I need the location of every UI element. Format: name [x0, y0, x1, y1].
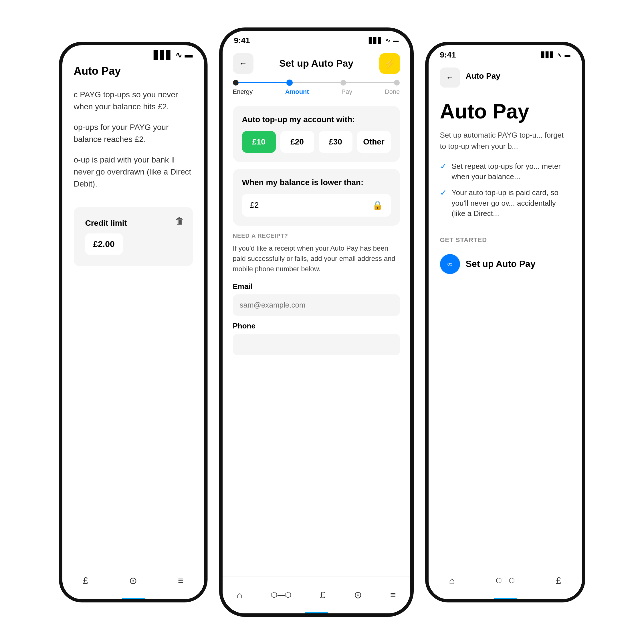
- center-bottom-nav: ⌂ ⬡—⬡ £ ⊙ ≡: [223, 576, 410, 613]
- credit-value: £2.00: [85, 233, 123, 255]
- left-body-text-2: op-ups for your PAYG your balance reache…: [74, 121, 193, 145]
- left-nav-item-menu[interactable]: ≡: [178, 575, 184, 586]
- center-time: 9:41: [234, 36, 250, 45]
- center-nav-payment[interactable]: £: [320, 589, 325, 601]
- infinity-icon: ∞: [440, 254, 460, 274]
- left-body-text-1: c PAYG top-ups so you never when your ba…: [74, 89, 193, 113]
- setup-autopay-button[interactable]: ∞ Set up Auto Pay: [440, 248, 570, 280]
- right-journey-icon: ⬡—⬡: [496, 576, 515, 584]
- right-page-title: Auto Pay: [466, 72, 500, 81]
- center-nav-menu[interactable]: ≡: [390, 589, 396, 601]
- payment-icon: £: [83, 575, 88, 586]
- step-dot-2: [340, 80, 346, 86]
- step-dot-0: [233, 80, 239, 86]
- phone-input[interactable]: [233, 334, 400, 355]
- check-item-0: ✓ Set repeat top-ups for yo... meter whe…: [440, 161, 570, 182]
- right-status-bar: 9:41 ▋▋▋ ∿ ▬: [429, 45, 582, 62]
- step-line-0: [239, 82, 286, 83]
- autopay-hero-title: Auto Pay: [440, 100, 570, 123]
- step-dot-3: [394, 80, 400, 86]
- center-nav-home[interactable]: ⌂: [237, 589, 243, 601]
- right-nav-active-bar: [494, 598, 517, 599]
- journey-icon: ⬡—⬡: [271, 591, 292, 599]
- receipt-label: NEED A RECEIPT?: [233, 233, 400, 239]
- left-header-title: Auto Pay: [74, 62, 193, 77]
- right-payment-icon: £: [556, 575, 561, 586]
- email-input[interactable]: [233, 294, 400, 316]
- center-wifi-icon: ∿: [385, 37, 390, 44]
- right-status-icons: ▋▋▋ ∿ ▬: [541, 51, 570, 58]
- right-back-icon: ←: [446, 73, 454, 82]
- right-back-button[interactable]: ←: [440, 68, 460, 88]
- signal-icon: ▋▋▋: [154, 50, 173, 60]
- receipt-desc: If you'd like a receipt when your Auto P…: [233, 243, 400, 274]
- step-label-0: Energy: [233, 88, 253, 96]
- checkmark-icon-0: ✓: [440, 162, 447, 171]
- right-header: ← Auto Pay: [440, 68, 570, 93]
- autopay-desc: Set up automatic PAYG top-u... forget to…: [440, 130, 570, 152]
- step-label-3: Done: [385, 88, 400, 96]
- amount-btn-other[interactable]: Other: [357, 131, 391, 153]
- left-status-icons: ▋▋▋ ∿ ▬: [154, 50, 193, 60]
- left-bottom-nav: £ ⊙ ≡: [62, 562, 204, 599]
- step-label-2: Pay: [341, 88, 352, 96]
- email-label: Email: [233, 282, 400, 291]
- right-nav-home[interactable]: ⌂: [449, 575, 455, 586]
- left-status-bar: ▋▋▋ ∿ ▬: [62, 45, 204, 62]
- right-time: 9:41: [440, 50, 456, 60]
- scene: ▋▋▋ ∿ ▬ Auto Pay c PAYG top-ups so you n…: [0, 0, 644, 644]
- balance-value: £2: [250, 201, 259, 210]
- phone-label: Phone: [233, 322, 400, 330]
- lightning-button[interactable]: ⚡: [379, 53, 400, 74]
- amount-btn-30[interactable]: £30: [319, 131, 352, 153]
- trash-icon[interactable]: 🗑: [175, 216, 184, 226]
- steps-labels: Energy Amount Pay Done: [233, 88, 400, 96]
- center-main-content: Auto top-up my account with: £10 £20 £30…: [223, 100, 410, 585]
- check-text-1: Your auto top-up is paid card, so you'll…: [452, 187, 570, 219]
- amount-btn-10[interactable]: £10: [242, 131, 276, 153]
- balance-card-title: When my balance is lower than:: [242, 178, 391, 187]
- right-nav-journey[interactable]: ⬡—⬡: [496, 576, 515, 584]
- right-phone: 9:41 ▋▋▋ ∿ ▬ ← Auto Pay Auto Pay Set up …: [425, 42, 585, 603]
- center-help-icon: ⊙: [354, 589, 362, 601]
- topup-card: Auto top-up my account with: £10 £20 £30…: [233, 106, 400, 162]
- right-nav-payment[interactable]: £: [556, 575, 561, 586]
- left-phone: ▋▋▋ ∿ ▬ Auto Pay c PAYG top-ups so you n…: [59, 42, 208, 603]
- amount-btn-20[interactable]: £20: [280, 131, 314, 153]
- battery-icon: ▬: [185, 50, 193, 60]
- infinity-symbol: ∞: [447, 259, 453, 268]
- credit-limit-card: 🗑 Credit limit £2.00: [74, 207, 193, 266]
- left-nav-item-payment[interactable]: £: [83, 575, 88, 586]
- get-started-label: GET STARTED: [440, 228, 570, 244]
- back-arrow-icon: ←: [239, 59, 247, 68]
- right-signal-icon: ▋▋▋: [541, 51, 554, 58]
- center-battery-icon: ▬: [393, 37, 399, 44]
- center-phone: 9:41 ▋▋▋ ∿ ▬ ← Set up Auto Pay ⚡: [219, 27, 414, 617]
- help-icon: ⊙: [129, 575, 137, 586]
- right-main-content: ← Auto Pay Auto Pay Set up automatic PAY…: [429, 62, 582, 280]
- checkmark-icon-1: ✓: [440, 188, 447, 197]
- left-nav-item-help[interactable]: ⊙: [129, 575, 137, 586]
- step-line-1: [293, 82, 340, 83]
- left-content: Auto Pay c PAYG top-ups so you never whe…: [62, 62, 204, 266]
- left-body-text-3: o-up is paid with your bank ll never go …: [74, 154, 193, 190]
- receipt-section: NEED A RECEIPT? If you'd like a receipt …: [233, 233, 400, 367]
- center-nav-active-bar: [305, 612, 328, 613]
- center-nav-journey[interactable]: ⬡—⬡: [271, 591, 292, 599]
- right-battery-icon: ▬: [565, 51, 570, 58]
- center-signal-icon: ▋▋▋: [369, 37, 383, 44]
- credit-limit-label: Credit limit: [85, 219, 181, 228]
- left-nav-active-bar: [122, 598, 145, 599]
- center-page-title: Set up Auto Pay: [279, 58, 353, 69]
- lock-icon: 🔒: [372, 200, 383, 210]
- center-status-bar: 9:41 ▋▋▋ ∿ ▬: [223, 31, 410, 47]
- balance-input-row: £2 🔒: [242, 194, 391, 217]
- progress-container: Energy Amount Pay Done: [223, 80, 410, 100]
- right-home-icon: ⌂: [449, 575, 455, 586]
- menu-icon: ≡: [178, 575, 184, 586]
- center-nav-help[interactable]: ⊙: [354, 589, 362, 601]
- center-back-button[interactable]: ←: [233, 53, 253, 74]
- center-menu-icon: ≡: [390, 589, 396, 601]
- right-bottom-nav: ⌂ ⬡—⬡ £: [429, 562, 582, 599]
- setup-btn-label: Set up Auto Pay: [466, 259, 536, 269]
